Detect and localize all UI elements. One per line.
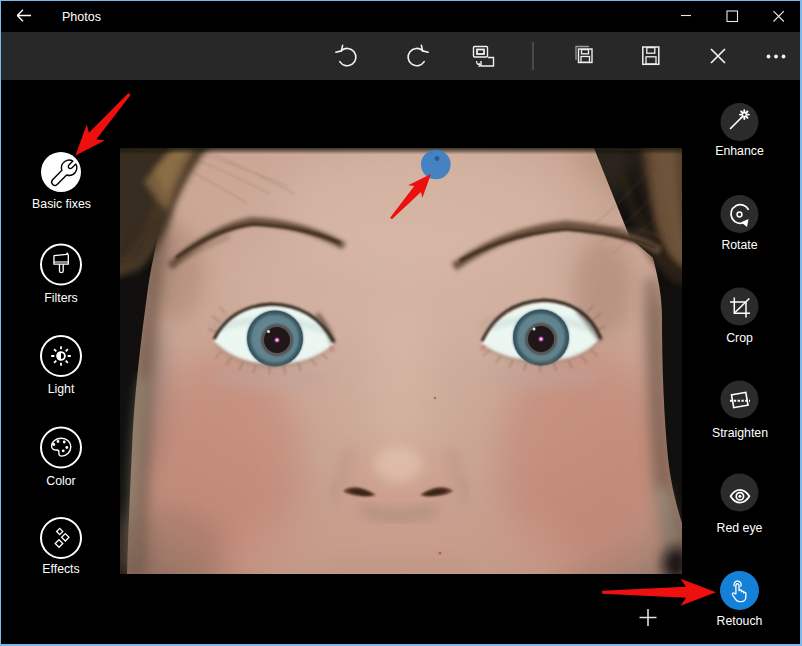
svg-text:Filters: Filters [44,291,77,305]
svg-text:Basic fixes: Basic fixes [32,197,91,211]
svg-text:Retouch: Retouch [717,614,763,628]
svg-text:Light: Light [48,382,75,396]
svg-text:Red eye: Red eye [717,521,763,535]
svg-text:Photos: Photos [62,10,101,24]
svg-text:Straighten: Straighten [712,426,768,440]
svg-text:Crop: Crop [726,331,753,345]
svg-text:Effects: Effects [42,562,79,576]
svg-text:Color: Color [46,474,75,488]
svg-text:Enhance: Enhance [715,144,764,158]
svg-text:Rotate: Rotate [721,238,757,252]
